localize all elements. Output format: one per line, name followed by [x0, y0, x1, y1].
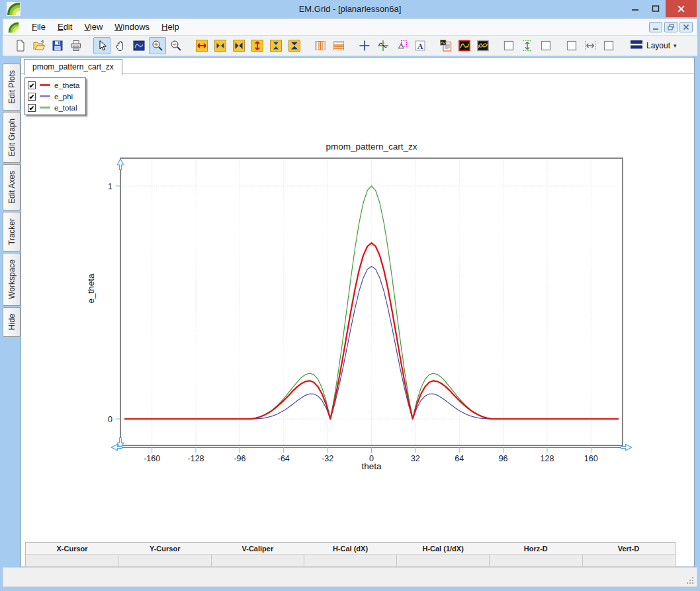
v-spread-button[interactable] — [519, 37, 536, 54]
new-file-button[interactable] — [12, 37, 29, 54]
chart-title: pmom_pattern_cart_zx — [326, 142, 417, 152]
slot-box-c-icon — [565, 39, 578, 52]
print-icon — [69, 39, 83, 52]
sidebar-tab-edit-plots[interactable]: Edit Plots — [3, 64, 21, 111]
cursor-table-value — [118, 555, 210, 567]
tracker-cursor-icon — [376, 39, 390, 52]
toolbar-group: A — [356, 37, 429, 54]
svg-text:160: 160 — [584, 454, 598, 463]
cursor-table-value — [582, 555, 675, 567]
v-arrows-icon — [269, 39, 283, 52]
cursor-readout-table: X-CursorY-CursorV-CaliperH-Cal (dX)H-Cal… — [25, 542, 676, 567]
toolbar-group — [93, 37, 185, 54]
multi-trace-view-button[interactable] — [474, 37, 492, 54]
menu-view[interactable]: View — [78, 19, 109, 36]
svg-text:A: A — [417, 42, 423, 51]
slot-box-a-button[interactable] — [500, 37, 517, 54]
svg-text:96: 96 — [499, 454, 508, 463]
cursor-table-header: Vert-D — [582, 543, 675, 554]
legend-checkbox-e_theta[interactable]: ✔ — [28, 81, 36, 89]
h-spread-button[interactable] — [582, 37, 599, 54]
sidebar-tab-tracker[interactable]: Tracker — [3, 212, 21, 251]
menu-windows[interactable]: Windows — [109, 19, 155, 36]
sidebar-tab-edit-graph[interactable]: Edit Graph — [3, 112, 21, 163]
cursor-table-value — [211, 555, 304, 567]
nav-trace-button[interactable] — [130, 37, 148, 54]
grid-columns-button[interactable] — [312, 37, 329, 54]
grid-rows-button[interactable] — [330, 37, 347, 54]
sidebar-tab-hide[interactable]: Hide — [3, 307, 21, 337]
mdi-close-button[interactable] — [679, 22, 693, 32]
h-arrows-button[interactable] — [212, 37, 229, 54]
slot-box-b-button[interactable] — [537, 37, 554, 54]
v-spread-icon — [521, 39, 534, 52]
h-expand-button[interactable] — [193, 37, 210, 54]
cursor-table-header: X-Cursor — [26, 543, 118, 554]
chart-plot-area[interactable]: -160-128-96-64-32032649612816001pmom_pat… — [21, 58, 693, 549]
menu-edit[interactable]: Edit — [52, 19, 78, 36]
window-title: EM.Grid - [planarlesson6a] — [0, 0, 700, 18]
zoom-out-button[interactable] — [167, 37, 185, 54]
slot-box-d-button[interactable] — [600, 37, 617, 54]
tracker-cursor-button[interactable] — [374, 37, 392, 54]
legend-color-swatch — [40, 84, 50, 86]
resize-grip[interactable] — [686, 576, 695, 584]
legend-color-swatch — [40, 107, 50, 109]
mdi-minimize-button[interactable] — [649, 22, 662, 32]
cursor-table-header: H-Cal (1/dX) — [397, 543, 490, 554]
legend-label: e_phi — [54, 93, 73, 101]
layout-dropdown-button[interactable]: Layout▾ — [626, 38, 681, 54]
report-button[interactable] — [437, 37, 455, 54]
h-compress-button[interactable] — [230, 37, 247, 54]
mdi-restore-button[interactable] — [664, 22, 678, 32]
open-file-icon — [32, 39, 46, 52]
maximize-button[interactable] — [645, 0, 666, 17]
crosshair-button[interactable] — [356, 37, 373, 54]
title-bar: EM.Grid - [planarlesson6a] — [0, 0, 700, 18]
trace-view-button[interactable] — [456, 37, 473, 54]
v-expand-button[interactable] — [249, 37, 266, 54]
save-file-button[interactable] — [49, 37, 66, 54]
chevron-down-icon: ▾ — [674, 42, 677, 49]
v-arrows-button[interactable] — [267, 37, 284, 54]
toolbar-group — [500, 37, 554, 54]
toolbar-group — [437, 37, 492, 54]
nav-trace-icon — [132, 39, 146, 52]
menu-help[interactable]: Help — [155, 19, 185, 36]
sidebar-tab-edit-axes[interactable]: Edit Axes — [3, 164, 21, 210]
app-logo-small-icon — [8, 22, 19, 33]
text-label-button[interactable]: A — [412, 37, 429, 54]
cursor-table-value — [396, 555, 489, 567]
zoom-in-button[interactable] — [149, 37, 166, 54]
cursor-table-header-row: X-CursorY-CursorV-CaliperH-Cal (dX)H-Cal… — [26, 543, 675, 554]
v-compress-button[interactable] — [286, 37, 303, 54]
close-button[interactable] — [666, 0, 697, 17]
report-icon — [439, 39, 453, 52]
document-area: pmom_pattern_cart_zx -160-128-96-64-3203… — [21, 57, 695, 567]
open-file-button[interactable] — [30, 37, 48, 54]
print-button[interactable] — [67, 37, 85, 54]
layout-label: Layout — [646, 41, 670, 50]
pan-hand-button[interactable] — [112, 37, 129, 54]
legend-checkbox-e_total[interactable]: ✔ — [28, 104, 36, 112]
svg-text:-96: -96 — [234, 454, 245, 463]
sidebar-tab-workspace[interactable]: Workspace — [3, 253, 21, 306]
menu-items: FileEditViewWindowsHelp — [26, 19, 185, 36]
sidebar-tab-label: Edit Graph — [7, 118, 17, 156]
menu-file[interactable]: File — [26, 19, 52, 36]
legend-item-e_theta: ✔e_theta — [28, 80, 79, 90]
toolbar-group — [12, 37, 85, 54]
select-pointer-button[interactable] — [93, 37, 110, 54]
minimize-button[interactable] — [625, 0, 645, 17]
menu-bar: FileEditViewWindowsHelp — [3, 19, 697, 36]
caliper-button[interactable] — [393, 37, 410, 54]
toolbar: ALayout▾ — [3, 36, 697, 56]
document-tab[interactable]: pmom_pattern_cart_zx — [24, 59, 122, 75]
svg-text:-160: -160 — [144, 454, 160, 463]
sidebar-tab-label: Edit Plots — [7, 70, 17, 104]
svg-text:128: 128 — [541, 454, 554, 463]
slot-box-c-button[interactable] — [563, 37, 580, 54]
slot-box-b-icon — [539, 39, 552, 52]
legend-checkbox-e_phi[interactable]: ✔ — [28, 93, 36, 101]
legend-item-e_phi: ✔e_phi — [28, 91, 79, 101]
